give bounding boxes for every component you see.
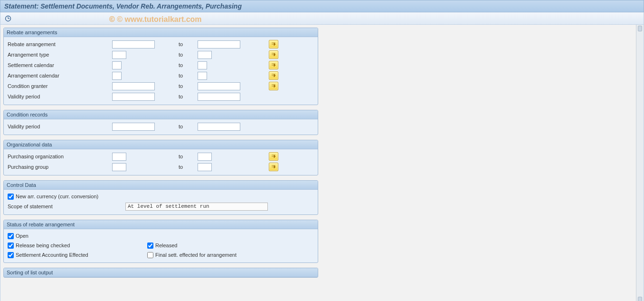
group-title: Status of rebate arrangement (4, 220, 318, 229)
to-label: to (169, 52, 198, 58)
purchasing-org-from-input[interactable] (112, 153, 126, 161)
page-title-text: Statement: Settlement Documents, Vendor … (4, 2, 242, 10)
cond-validity-from-input[interactable] (112, 123, 155, 131)
to-label: to (169, 124, 198, 129)
scope-label: Scope of statement (8, 204, 125, 209)
vertical-scrollbar[interactable] (636, 25, 644, 301)
row-arrangement-calendar: Arrangement calendar to (4, 70, 318, 81)
new-arr-currency-checkbox[interactable] (8, 194, 14, 200)
row-arrangement-type: Arrangement type to (4, 49, 318, 60)
settlement-calendar-to-input[interactable] (198, 61, 207, 69)
open-checkbox[interactable] (8, 233, 14, 239)
toolbar (0, 12, 644, 25)
to-label: to (169, 94, 198, 99)
page-title: Statement: Settlement Documents, Vendor … (0, 0, 644, 12)
row-purchasing-org: Purchasing organization to (4, 151, 318, 162)
label: Purchasing group (8, 164, 112, 170)
empty-area (321, 25, 636, 301)
multi-select-icon[interactable] (269, 71, 278, 80)
multi-select-icon[interactable] (269, 163, 278, 171)
row-settlement-calendar: Settlement calendar to (4, 60, 318, 70)
released-checkbox[interactable] (147, 243, 153, 249)
purchasing-group-from-input[interactable] (112, 163, 126, 171)
release-checked-label: Release being checked (16, 243, 70, 248)
arrangement-calendar-from-input[interactable] (112, 72, 122, 80)
label: Arrangement calendar (8, 73, 112, 78)
final-sett-checkbox[interactable] (147, 252, 153, 258)
purchasing-group-to-input[interactable] (198, 163, 212, 171)
to-label: to (169, 83, 198, 89)
group-control-data: Control Data New arr. currency (curr. co… (3, 180, 318, 215)
to-label: to (169, 41, 198, 47)
row-validity-period: Validity period to (4, 91, 318, 102)
row-condition-granter: Condition granter to (4, 81, 318, 91)
to-label: to (169, 73, 198, 78)
multi-select-icon[interactable] (269, 50, 278, 59)
label: Validity period (8, 124, 112, 129)
purchasing-org-to-input[interactable] (198, 153, 212, 161)
group-title: Condition records (4, 110, 318, 119)
multi-select-icon[interactable] (269, 40, 278, 49)
released-label: Released (155, 243, 177, 248)
multi-select-icon[interactable] (269, 82, 278, 90)
to-label: to (169, 62, 198, 68)
label: Validity period (8, 94, 112, 99)
scope-of-statement-input[interactable] (125, 203, 268, 211)
arrangement-calendar-to-input[interactable] (198, 72, 207, 80)
execute-icon[interactable] (4, 15, 12, 22)
to-label: to (169, 154, 198, 159)
final-sett-label: Final sett. effected for arrangement (155, 252, 237, 258)
group-title: Sorting of list output (4, 268, 318, 277)
group-organizational-data: Organizational data Purchasing organizat… (3, 140, 318, 175)
group-title: Rebate arrangements (4, 28, 318, 37)
label: Settlement calendar (8, 62, 112, 68)
rebate-arrangement-from-input[interactable] (112, 40, 155, 49)
group-rebate-arrangements: Rebate arrangements Rebate arrangement t… (3, 28, 318, 105)
label: Arrangement type (8, 52, 112, 58)
release-checked-checkbox[interactable] (8, 243, 14, 249)
row-purchasing-group: Purchasing group to (4, 162, 318, 172)
settlement-calendar-from-input[interactable] (112, 61, 122, 69)
label: Purchasing organization (8, 154, 112, 159)
group-title: Organizational data (4, 140, 318, 149)
validity-from-input[interactable] (112, 93, 155, 101)
rebate-arrangement-to-input[interactable] (198, 40, 240, 49)
group-sorting: Sorting of list output (3, 268, 318, 278)
arrangement-type-to-input[interactable] (198, 51, 212, 59)
arrangement-type-from-input[interactable] (112, 51, 126, 59)
open-label: Open (16, 233, 28, 239)
settlement-effected-label: Settlement Accounting Effected (16, 252, 88, 258)
multi-select-icon[interactable] (269, 61, 278, 69)
group-title: Control Data (4, 181, 318, 190)
label: Rebate arrangement (8, 41, 112, 47)
settlement-effected-checkbox[interactable] (8, 252, 14, 258)
row-rebate-arrangement: Rebate arrangement to (4, 39, 318, 49)
new-arr-currency-label: New arr. currency (curr. conversion) (16, 194, 98, 199)
condition-granter-from-input[interactable] (112, 82, 155, 90)
group-status: Status of rebate arrangement Open Releas… (3, 220, 318, 263)
condition-granter-to-input[interactable] (198, 82, 240, 90)
multi-select-icon[interactable] (269, 152, 278, 161)
cond-validity-to-input[interactable] (198, 123, 240, 131)
to-label: to (169, 164, 198, 170)
row-cond-validity: Validity period to (4, 121, 318, 132)
group-condition-records: Condition records Validity period to (3, 110, 318, 135)
label: Condition granter (8, 83, 112, 89)
validity-to-input[interactable] (198, 93, 240, 101)
